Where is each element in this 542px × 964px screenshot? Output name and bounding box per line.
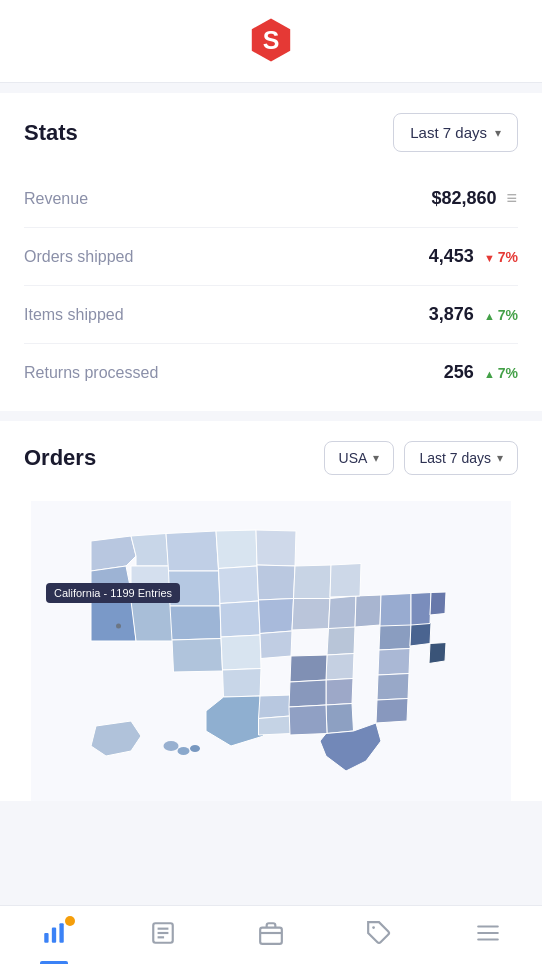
chevron-down-icon: ▾ (495, 126, 501, 140)
arrow-down-icon (484, 249, 495, 265)
svg-point-5 (190, 745, 200, 752)
stat-row-orders-shipped: Orders shipped 4,453 7% (24, 228, 518, 286)
arrow-up-icon-returns (484, 365, 495, 381)
svg-rect-9 (60, 923, 64, 943)
stat-value-revenue: $82,860 (431, 188, 496, 209)
notification-dot (65, 916, 75, 926)
stat-right-items-shipped: 3,876 7% (429, 304, 518, 325)
orders-period-dropdown[interactable]: Last 7 days ▾ (404, 441, 518, 475)
map-tooltip: California - 1199 Entries (46, 583, 180, 603)
stat-right-orders-shipped: 4,453 7% (429, 246, 518, 267)
stat-row-revenue: Revenue $82,860 ≡ (24, 170, 518, 228)
stat-right-revenue: $82,860 ≡ (431, 188, 518, 209)
map-svg-wrapper (24, 501, 518, 801)
stats-period-dropdown[interactable]: Last 7 days ▾ (393, 113, 518, 152)
stat-badge-orders-shipped: 7% (484, 249, 518, 265)
nav-item-tags[interactable] (350, 916, 408, 950)
stat-value-returns: 256 (444, 362, 474, 383)
stat-right-returns: 256 7% (444, 362, 518, 383)
svg-point-4 (178, 747, 190, 755)
svg-point-6 (116, 624, 121, 629)
stat-badge-revenue: ≡ (506, 188, 518, 209)
orders-title: Orders (24, 445, 96, 471)
stat-label-items-shipped: Items shipped (24, 306, 124, 324)
stat-badge-items-shipped: 7% (484, 307, 518, 323)
orders-period-label: Last 7 days (419, 450, 491, 466)
stat-label-revenue: Revenue (24, 190, 88, 208)
stats-title: Stats (24, 120, 78, 146)
bottom-nav (0, 905, 542, 964)
stat-badge-returns: 7% (484, 365, 518, 381)
stat-row-returns: Returns processed 256 7% (24, 344, 518, 401)
orders-controls: USA ▾ Last 7 days ▾ (324, 441, 518, 475)
stats-section: Stats Last 7 days ▾ Revenue $82,860 ≡ Or… (0, 93, 542, 411)
stat-row-items-shipped: Items shipped 3,876 7% (24, 286, 518, 344)
svg-text:S: S (263, 26, 280, 54)
svg-rect-7 (44, 933, 48, 943)
svg-rect-14 (260, 928, 282, 944)
orders-section: Orders USA ▾ Last 7 days ▾ California - … (0, 421, 542, 801)
menu-icon (475, 920, 501, 946)
nav-item-orders[interactable] (134, 916, 192, 950)
app-header: S (0, 0, 542, 83)
stat-label-returns: Returns processed (24, 364, 158, 382)
stat-value-items-shipped: 3,876 (429, 304, 474, 325)
orders-region-label: USA (339, 450, 368, 466)
inventory-icon (258, 920, 284, 946)
chevron-down-icon-period: ▾ (497, 451, 503, 465)
tags-icon (366, 920, 392, 946)
orders-region-dropdown[interactable]: USA ▾ (324, 441, 395, 475)
arrow-up-icon (484, 307, 495, 323)
stat-value-orders-shipped: 4,453 (429, 246, 474, 267)
stats-header: Stats Last 7 days ▾ (24, 113, 518, 152)
nav-item-menu[interactable] (459, 916, 517, 950)
logo: S (247, 16, 295, 68)
svg-point-3 (164, 741, 179, 751)
nav-item-analytics[interactable] (25, 916, 83, 950)
stat-label-orders-shipped: Orders shipped (24, 248, 133, 266)
orders-icon (150, 920, 176, 946)
orders-map[interactable]: California - 1199 Entries (24, 491, 518, 801)
svg-rect-8 (52, 928, 56, 943)
stats-period-label: Last 7 days (410, 124, 487, 141)
orders-header: Orders USA ▾ Last 7 days ▾ (24, 441, 518, 475)
nav-item-inventory[interactable] (242, 916, 300, 950)
analytics-icon (41, 920, 67, 946)
chevron-down-icon-region: ▾ (373, 451, 379, 465)
